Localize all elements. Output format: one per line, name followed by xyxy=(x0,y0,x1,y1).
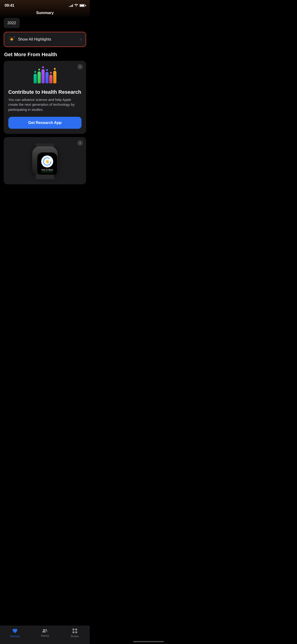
status-time: 09:41 xyxy=(4,3,14,8)
close-icon: ✕ xyxy=(79,66,81,68)
handwash-icon: 👋 xyxy=(41,156,53,168)
year-badge: 2022 xyxy=(4,18,20,28)
page-title: Summary xyxy=(36,10,54,15)
watch-illustration: 👋 Time to Wash HANDWASHING xyxy=(30,144,60,179)
show-highlights-button[interactable]: ✦ Show All Highlights › xyxy=(4,32,86,47)
chevron-right-icon: › xyxy=(80,37,82,42)
scroll-content: 2022 ✦ Show All Highlights › Get More Fr… xyxy=(0,18,90,214)
section-title: Get More From Health xyxy=(4,52,86,58)
status-icons xyxy=(69,4,85,7)
research-card-heading: Contribute to Health Research xyxy=(8,89,82,95)
research-card-body: You can advance science and help Apple c… xyxy=(8,97,82,112)
nav-header: Summary xyxy=(0,9,90,18)
research-logo xyxy=(8,67,82,84)
handwashing-card: ✕ xyxy=(4,137,86,184)
cta-button-label: Get Research App xyxy=(28,120,62,125)
get-more-section: Get More From Health ✕ xyxy=(0,52,90,191)
highlights-section: ✦ Show All Highlights › xyxy=(0,32,90,52)
signal-icon xyxy=(69,4,73,7)
close-icon: ✕ xyxy=(79,142,81,144)
year-section: 2022 xyxy=(0,18,90,32)
highlights-label: Show All Highlights xyxy=(18,37,78,42)
battery-icon xyxy=(80,4,85,7)
svg-text:👋: 👋 xyxy=(45,160,50,164)
sparkle-icon: ✦ xyxy=(8,36,15,43)
status-bar: 09:41 xyxy=(0,0,90,9)
research-card: ✕ xyxy=(4,61,86,134)
research-card-close-button[interactable]: ✕ xyxy=(77,64,83,70)
handwashing-card-close-button[interactable]: ✕ xyxy=(77,140,83,146)
watch-title: Time to Wash xyxy=(41,169,53,171)
watch-subtitle: HANDWASHING xyxy=(41,171,53,172)
year-text: 2022 xyxy=(7,21,16,25)
get-research-app-button[interactable]: Get Research App xyxy=(8,117,82,129)
wifi-icon xyxy=(74,4,78,7)
